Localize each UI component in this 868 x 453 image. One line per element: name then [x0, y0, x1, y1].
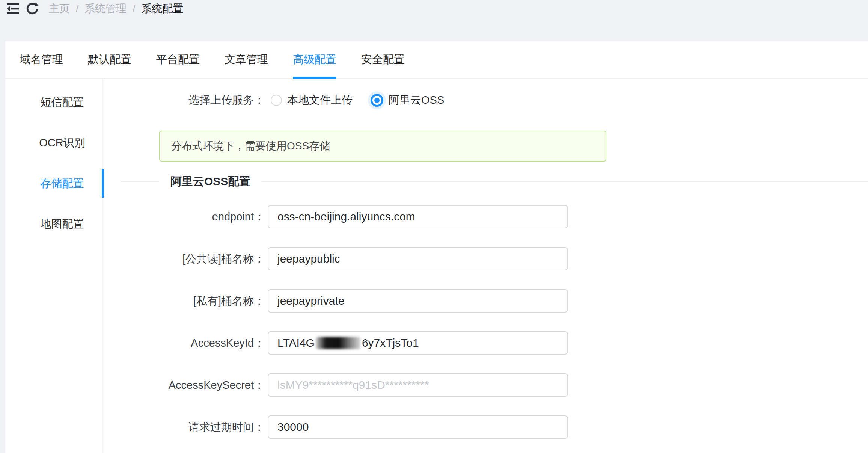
form-row-request-expire-time: 请求过期时间： — [103, 415, 568, 439]
sidebar-item-短信配置[interactable]: 短信配置 — [5, 82, 102, 122]
breadcrumb-current-page: 系统配置 — [141, 2, 183, 16]
redaction-smudge — [316, 337, 360, 349]
storage-config-panel: 选择上传服务： 本地文件上传 阿里云OSS 分布式环境下，需要使用OSS存储 阿… — [103, 79, 868, 453]
content-card: 域名管理默认配置平台配置文章管理高级配置安全配置 短信配置OCR识别存储配置地图… — [5, 41, 868, 453]
config-tabs: 域名管理默认配置平台配置文章管理高级配置安全配置 — [5, 41, 868, 79]
reload-icon[interactable] — [24, 0, 41, 17]
form-row-access-key-secret: AccessKeySecret： — [103, 373, 568, 397]
value-prefix: LTAI4G — [277, 337, 315, 349]
access-key-id-input[interactable]: LTAI4G6y7xTjsTo1 — [268, 331, 568, 355]
upload-service-row: 选择上传服务： 本地文件上传 阿里云OSS — [103, 93, 444, 108]
tab-默认配置[interactable]: 默认配置 — [88, 41, 131, 78]
menu-fold-icon[interactable] — [5, 0, 21, 17]
section-divider: 阿里云OSS配置 — [103, 176, 868, 187]
tab-文章管理[interactable]: 文章管理 — [225, 41, 268, 78]
section-title: 阿里云OSS配置 — [170, 174, 250, 189]
breadcrumb-separator: / — [76, 3, 78, 15]
tab-域名管理[interactable]: 域名管理 — [20, 41, 63, 78]
tab-高级配置[interactable]: 高级配置 — [293, 41, 336, 78]
value-suffix: 6y7xTjsTo1 — [362, 337, 419, 349]
tab-平台配置[interactable]: 平台配置 — [156, 41, 200, 78]
top-bar: 主页 / 系统管理 / 系统配置 — [0, 0, 868, 41]
oss-info-alert: 分布式环境下，需要使用OSS存储 — [159, 131, 606, 162]
field-label: AccessKeyId： — [103, 331, 265, 355]
public-bucket-input[interactable] — [268, 247, 568, 270]
form-row-endpoint: endpoint： — [103, 205, 568, 228]
radio-option-阿里云OSS[interactable]: 阿里云OSS — [371, 93, 444, 108]
breadcrumb: 主页 / 系统管理 / 系统配置 — [49, 2, 183, 16]
radio-label: 本地文件上传 — [287, 93, 353, 108]
field-label: 请求过期时间： — [103, 415, 265, 439]
endpoint-input[interactable] — [268, 205, 568, 228]
oss-info-alert-text: 分布式环境下，需要使用OSS存储 — [171, 139, 330, 153]
access-key-secret-input[interactable] — [268, 373, 568, 397]
form-row-private-bucket: [私有]桶名称： — [103, 289, 568, 313]
breadcrumb-system-management[interactable]: 系统管理 — [84, 2, 127, 16]
private-bucket-input[interactable] — [268, 289, 568, 313]
radio-icon — [371, 94, 383, 107]
tab-安全配置[interactable]: 安全配置 — [361, 41, 405, 78]
field-label: AccessKeySecret： — [103, 373, 265, 397]
breadcrumb-separator: / — [133, 3, 135, 15]
form-row-access-key-id: AccessKeyId： LTAI4G6y7xTjsTo1 — [103, 331, 568, 355]
sidebar-item-地图配置[interactable]: 地图配置 — [5, 204, 102, 244]
radio-icon — [271, 95, 282, 106]
divider-line-right — [262, 181, 868, 182]
field-label: [公共读]桶名称： — [103, 247, 265, 270]
request-expire-time-input[interactable] — [268, 415, 568, 439]
divider-line-left — [121, 181, 159, 182]
breadcrumb-home[interactable]: 主页 — [49, 2, 70, 16]
radio-label: 阿里云OSS — [389, 93, 444, 108]
field-label: [私有]桶名称： — [103, 289, 265, 313]
form-row-public-bucket: [公共读]桶名称： — [103, 247, 568, 270]
upload-service-label: 选择上传服务： — [103, 93, 265, 108]
radio-option-本地文件上传[interactable]: 本地文件上传 — [271, 93, 353, 108]
field-label: endpoint： — [103, 205, 265, 228]
config-side-menu: 短信配置OCR识别存储配置地图配置 — [5, 79, 103, 453]
sidebar-item-OCR识别[interactable]: OCR识别 — [5, 122, 102, 163]
sidebar-item-存储配置[interactable]: 存储配置 — [5, 163, 102, 204]
